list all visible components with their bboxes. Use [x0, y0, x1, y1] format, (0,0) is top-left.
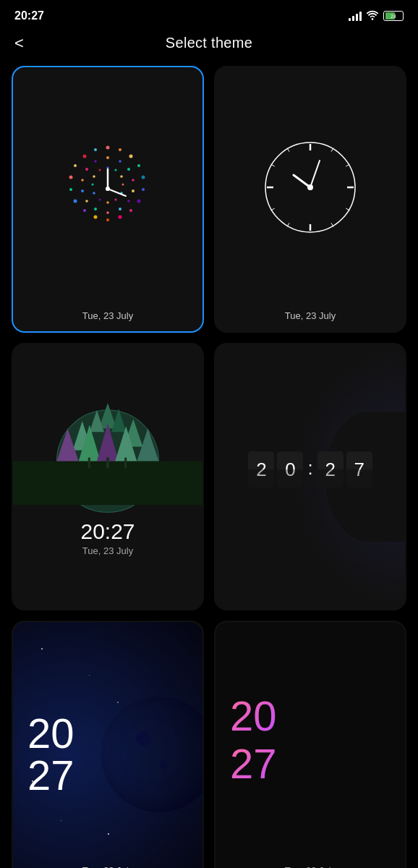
colorful-time2: 27 [230, 741, 277, 787]
svg-point-43 [99, 169, 101, 171]
svg-point-15 [74, 164, 77, 167]
theme-card-particle[interactable]: Tue, 23 July [12, 66, 204, 333]
svg-point-5 [142, 188, 145, 191]
battery-icon: 24 [383, 11, 404, 21]
header: < Select theme [0, 29, 418, 66]
forest-visual [13, 374, 202, 519]
svg-point-26 [94, 208, 97, 210]
moon-visual: 20 27 [13, 622, 202, 868]
moon-time1: 20 [27, 712, 188, 754]
particle-clock-visual [61, 142, 155, 236]
svg-point-1 [119, 148, 121, 151]
svg-point-19 [119, 160, 121, 163]
svg-point-22 [132, 190, 135, 192]
svg-point-23 [127, 200, 130, 203]
svg-point-17 [94, 148, 97, 151]
svg-point-30 [85, 168, 88, 171]
status-time: 20:27 [14, 9, 44, 22]
svg-point-42 [93, 175, 95, 178]
svg-point-27 [85, 200, 88, 203]
moon-time2: 27 [27, 754, 188, 796]
svg-point-4 [142, 175, 145, 179]
svg-point-31 [94, 160, 97, 163]
svg-point-62 [307, 184, 313, 190]
svg-point-0 [106, 145, 110, 149]
svg-point-24 [119, 208, 121, 210]
flip-clock-visual: 2 0 : 2 7 [216, 344, 405, 608]
svg-point-6 [137, 199, 141, 203]
forest-date: Tue, 23 July [80, 545, 135, 556]
colorful-time1: 20 [230, 693, 277, 739]
svg-rect-76 [106, 458, 109, 469]
svg-point-29 [81, 179, 84, 182]
svg-point-35 [122, 183, 124, 185]
theme-card-flip[interactable]: 2 0 : 2 7 [214, 343, 406, 610]
svg-rect-78 [124, 458, 127, 469]
svg-point-11 [83, 209, 86, 212]
svg-point-38 [106, 201, 109, 204]
wifi-icon [366, 10, 379, 22]
svg-point-10 [94, 215, 98, 218]
svg-line-60 [294, 175, 310, 187]
theme-moon-date: Tue, 23 July [13, 865, 202, 868]
svg-point-37 [115, 198, 117, 200]
svg-line-61 [310, 161, 320, 187]
analog-clock-visual [263, 140, 357, 237]
svg-point-46 [106, 187, 110, 191]
theme-colorful-date: Tue, 23 July [216, 865, 405, 868]
svg-point-28 [81, 190, 84, 192]
svg-point-2 [129, 154, 133, 158]
svg-point-14 [69, 175, 73, 179]
svg-point-3 [137, 164, 140, 167]
svg-point-12 [74, 199, 77, 203]
svg-point-20 [127, 168, 130, 171]
svg-point-16 [83, 154, 87, 158]
theme-card-analog[interactable]: Tue, 23 July [214, 66, 406, 333]
svg-point-39 [99, 198, 101, 200]
svg-point-41 [92, 183, 94, 185]
svg-point-33 [115, 169, 117, 171]
svg-point-25 [106, 211, 109, 214]
back-button[interactable]: < [14, 35, 24, 51]
svg-point-13 [69, 188, 72, 191]
svg-line-45 [108, 189, 126, 196]
svg-point-9 [106, 218, 109, 221]
svg-point-21 [132, 179, 135, 182]
theme-particle-date: Tue, 23 July [13, 310, 202, 321]
page-title: Select theme [166, 35, 252, 51]
svg-point-34 [120, 175, 123, 178]
svg-point-7 [129, 209, 132, 212]
svg-point-8 [119, 215, 122, 218]
moon-time-display: 20 27 [27, 712, 188, 796]
theme-card-forest[interactable]: 20:27 Tue, 23 July [12, 343, 204, 610]
theme-analog-date: Tue, 23 July [216, 310, 405, 321]
status-bar: 20:27 24 [0, 0, 418, 29]
svg-rect-77 [88, 458, 90, 469]
colorful-visual: 20 27 [216, 622, 405, 868]
theme-card-colorful[interactable]: 20 27 Tue, 23 July [214, 621, 406, 868]
signal-icon [349, 11, 362, 21]
theme-grid: Tue, 23 July [0, 66, 418, 868]
svg-point-18 [106, 156, 109, 159]
status-icons: 24 [349, 10, 404, 22]
svg-point-40 [93, 192, 95, 195]
forest-time: 20:27 [80, 519, 135, 544]
theme-card-moon[interactable]: 20 27 Tue, 23 July [12, 621, 204, 868]
forest-time-display: 20:27 Tue, 23 July [80, 519, 135, 556]
